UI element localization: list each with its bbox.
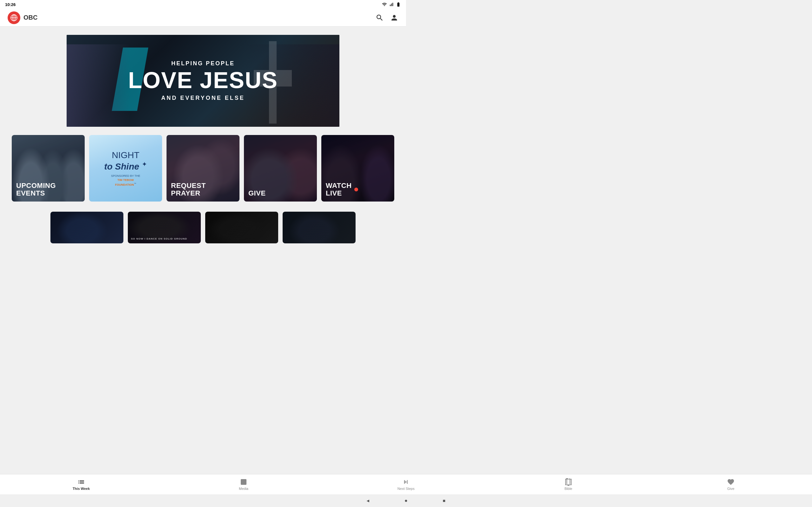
card-request-prayer[interactable]: REQUESTPRAYER — [166, 135, 240, 202]
app-bar-org-name: OBC — [23, 14, 38, 21]
hero-text: Helping People LOVE JESUS AND EVERYONE E… — [128, 60, 278, 101]
card-night-to-shine[interactable]: NIGHTto Shine ✦ SPONSORED BY THE TIM TEB… — [89, 135, 162, 202]
hero-section: Helping People LOVE JESUS AND EVERYONE E… — [0, 26, 406, 135]
battery-icon — [396, 2, 401, 7]
card-label-watch: WATCHLIVE — [326, 182, 358, 197]
thumb-3-overlay — [205, 212, 278, 243]
status-time: 10:26 — [5, 2, 15, 7]
search-icon[interactable] — [375, 14, 384, 22]
app-bar-actions — [375, 14, 398, 22]
card-label-events: UPCOMINGEVENTS — [16, 182, 56, 197]
hero-banner[interactable]: Helping People LOVE JESUS AND EVERYONE E… — [67, 35, 339, 127]
watch-live-text: WATCHLIVE — [326, 182, 352, 197]
hero-subtitle-bottom: AND EVERYONE ELSE — [128, 95, 278, 101]
thumbnails-section: SO NOW I DANCE ON SOLID GROUND — [0, 207, 406, 269]
hero-left-person — [67, 44, 130, 127]
app-logo[interactable]: OBC — [8, 11, 38, 24]
thumb-1-overlay — [50, 212, 123, 243]
nightshine-logo: NIGHTto Shine ✦ SPONSORED BY THE TIM TEB… — [89, 135, 162, 202]
card-label-give: GIVE — [248, 189, 266, 197]
thumbnail-1[interactable] — [50, 212, 123, 243]
hero-main-title: LOVE JESUS — [128, 69, 278, 92]
thumb-4-overlay — [283, 212, 356, 243]
status-bar: 10:26 — [0, 0, 406, 9]
cards-section: UPCOMINGEVENTS NIGHTto Shine ✦ SPONSORED… — [0, 135, 406, 202]
signal-icon — [389, 2, 394, 7]
live-indicator-dot — [354, 187, 358, 191]
nightshine-title-text: NIGHTto Shine ✦ — [104, 150, 147, 172]
status-icons — [382, 2, 401, 7]
wifi-icon — [382, 2, 387, 7]
thumbnails-row: SO NOW I DANCE ON SOLID GROUND — [0, 212, 406, 243]
account-icon[interactable] — [390, 14, 398, 22]
card-watch-live[interactable]: WATCHLIVE — [321, 135, 394, 202]
globe-cross-icon — [10, 14, 18, 21]
card-label-prayer: REQUESTPRAYER — [171, 182, 206, 197]
thumb-2-text: SO NOW I DANCE ON SOLID GROUND — [131, 237, 187, 240]
logo-icon — [8, 11, 20, 24]
nightshine-sponsored-text: SPONSORED BY THE TIM TEBOW FOUNDATION™ — [111, 174, 140, 187]
card-upcoming-events[interactable]: UPCOMINGEVENTS — [12, 135, 85, 202]
app-bar: OBC — [0, 9, 406, 26]
thumbnail-4[interactable] — [283, 212, 356, 243]
hero-subtitle-top: Helping People — [128, 60, 278, 67]
thumbnail-2[interactable]: SO NOW I DANCE ON SOLID GROUND — [128, 212, 201, 243]
cards-grid: UPCOMINGEVENTS NIGHTto Shine ✦ SPONSORED… — [9, 135, 397, 202]
card-give[interactable]: GIVE — [244, 135, 317, 202]
thumbnail-3[interactable] — [205, 212, 278, 243]
